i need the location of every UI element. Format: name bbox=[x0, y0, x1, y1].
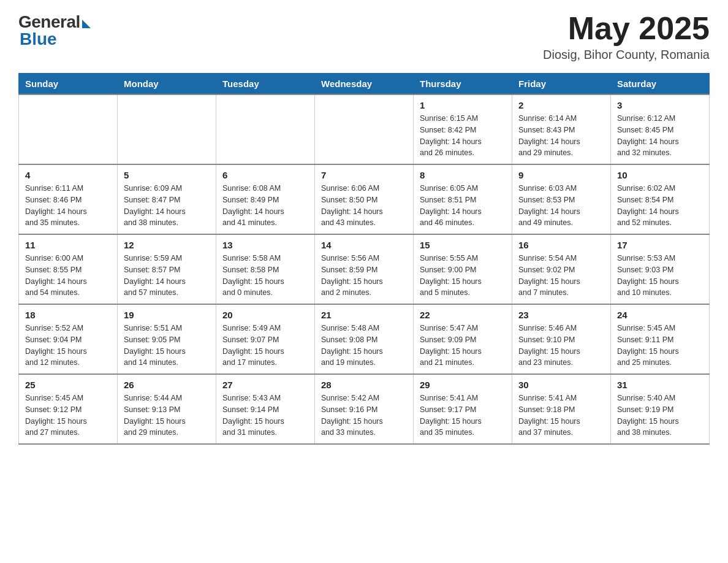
day-number: 31 bbox=[617, 380, 703, 390]
day-number: 26 bbox=[124, 380, 210, 390]
calendar-cell: 25Sunrise: 5:45 AM Sunset: 9:12 PM Dayli… bbox=[19, 374, 118, 444]
day-info: Sunrise: 5:47 AM Sunset: 9:09 PM Dayligh… bbox=[420, 323, 506, 369]
calendar-cell: 4Sunrise: 6:11 AM Sunset: 8:46 PM Daylig… bbox=[19, 164, 118, 234]
calendar-cell: 19Sunrise: 5:51 AM Sunset: 9:05 PM Dayli… bbox=[118, 304, 216, 374]
weekday-header-thursday: Thursday bbox=[414, 74, 512, 95]
day-info: Sunrise: 6:08 AM Sunset: 8:49 PM Dayligh… bbox=[222, 183, 308, 229]
day-info: Sunrise: 6:06 AM Sunset: 8:50 PM Dayligh… bbox=[321, 183, 407, 229]
day-number: 29 bbox=[420, 380, 506, 390]
logo-blue-text: Blue bbox=[20, 29, 57, 49]
day-info: Sunrise: 6:11 AM Sunset: 8:46 PM Dayligh… bbox=[25, 183, 111, 229]
calendar-cell: 15Sunrise: 5:55 AM Sunset: 9:00 PM Dayli… bbox=[414, 234, 512, 304]
calendar-body: 1Sunrise: 6:15 AM Sunset: 8:42 PM Daylig… bbox=[19, 94, 710, 444]
calendar-cell: 10Sunrise: 6:02 AM Sunset: 8:54 PM Dayli… bbox=[611, 164, 710, 234]
day-number: 19 bbox=[124, 310, 210, 320]
calendar-cell: 16Sunrise: 5:54 AM Sunset: 9:02 PM Dayli… bbox=[512, 234, 611, 304]
day-number: 28 bbox=[321, 380, 407, 390]
location-subtitle: Diosig, Bihor County, Romania bbox=[543, 48, 710, 62]
day-number: 5 bbox=[124, 170, 210, 180]
week-row-3: 11Sunrise: 6:00 AM Sunset: 8:55 PM Dayli… bbox=[19, 234, 710, 304]
calendar-cell: 18Sunrise: 5:52 AM Sunset: 9:04 PM Dayli… bbox=[19, 304, 118, 374]
day-info: Sunrise: 5:56 AM Sunset: 8:59 PM Dayligh… bbox=[321, 253, 407, 299]
day-number: 7 bbox=[321, 170, 407, 180]
day-number: 3 bbox=[617, 100, 703, 110]
month-year-title: May 2025 bbox=[543, 12, 710, 44]
day-info: Sunrise: 6:14 AM Sunset: 8:43 PM Dayligh… bbox=[518, 113, 604, 159]
day-info: Sunrise: 5:42 AM Sunset: 9:16 PM Dayligh… bbox=[321, 393, 407, 439]
day-number: 8 bbox=[420, 170, 506, 180]
day-number: 12 bbox=[124, 240, 210, 250]
day-number: 14 bbox=[321, 240, 407, 250]
calendar-cell: 31Sunrise: 5:40 AM Sunset: 9:19 PM Dayli… bbox=[611, 374, 710, 444]
day-info: Sunrise: 5:41 AM Sunset: 9:18 PM Dayligh… bbox=[518, 393, 604, 439]
calendar-cell: 2Sunrise: 6:14 AM Sunset: 8:43 PM Daylig… bbox=[512, 94, 611, 164]
day-number: 25 bbox=[25, 380, 111, 390]
calendar-cell: 29Sunrise: 5:41 AM Sunset: 9:17 PM Dayli… bbox=[414, 374, 512, 444]
calendar-cell: 8Sunrise: 6:05 AM Sunset: 8:51 PM Daylig… bbox=[414, 164, 512, 234]
weekday-header-wednesday: Wednesday bbox=[315, 74, 414, 95]
day-info: Sunrise: 5:51 AM Sunset: 9:05 PM Dayligh… bbox=[124, 323, 210, 369]
day-info: Sunrise: 6:15 AM Sunset: 8:42 PM Dayligh… bbox=[420, 113, 506, 159]
calendar-cell: 6Sunrise: 6:08 AM Sunset: 8:49 PM Daylig… bbox=[216, 164, 315, 234]
calendar-cell: 28Sunrise: 5:42 AM Sunset: 9:16 PM Dayli… bbox=[315, 374, 414, 444]
day-info: Sunrise: 5:44 AM Sunset: 9:13 PM Dayligh… bbox=[124, 393, 210, 439]
day-info: Sunrise: 5:52 AM Sunset: 9:04 PM Dayligh… bbox=[25, 323, 111, 369]
day-info: Sunrise: 6:03 AM Sunset: 8:53 PM Dayligh… bbox=[518, 183, 604, 229]
day-info: Sunrise: 6:00 AM Sunset: 8:55 PM Dayligh… bbox=[25, 253, 111, 299]
week-row-5: 25Sunrise: 5:45 AM Sunset: 9:12 PM Dayli… bbox=[19, 374, 710, 444]
day-number: 30 bbox=[518, 380, 604, 390]
day-number: 24 bbox=[617, 310, 703, 320]
day-number: 21 bbox=[321, 310, 407, 320]
day-number: 15 bbox=[420, 240, 506, 250]
calendar-cell: 27Sunrise: 5:43 AM Sunset: 9:14 PM Dayli… bbox=[216, 374, 315, 444]
day-number: 6 bbox=[222, 170, 308, 180]
day-number: 18 bbox=[25, 310, 111, 320]
calendar-cell: 1Sunrise: 6:15 AM Sunset: 8:42 PM Daylig… bbox=[414, 94, 512, 164]
calendar-cell: 17Sunrise: 5:53 AM Sunset: 9:03 PM Dayli… bbox=[611, 234, 710, 304]
calendar-cell: 5Sunrise: 6:09 AM Sunset: 8:47 PM Daylig… bbox=[118, 164, 216, 234]
calendar-cell: 24Sunrise: 5:45 AM Sunset: 9:11 PM Dayli… bbox=[611, 304, 710, 374]
day-number: 11 bbox=[25, 240, 111, 250]
calendar-cell: 20Sunrise: 5:49 AM Sunset: 9:07 PM Dayli… bbox=[216, 304, 315, 374]
day-info: Sunrise: 5:40 AM Sunset: 9:19 PM Dayligh… bbox=[617, 393, 703, 439]
weekday-header-saturday: Saturday bbox=[611, 74, 710, 95]
weekday-header-monday: Monday bbox=[118, 74, 216, 95]
calendar-cell: 9Sunrise: 6:03 AM Sunset: 8:53 PM Daylig… bbox=[512, 164, 611, 234]
day-info: Sunrise: 5:55 AM Sunset: 9:00 PM Dayligh… bbox=[420, 253, 506, 299]
day-info: Sunrise: 6:05 AM Sunset: 8:51 PM Dayligh… bbox=[420, 183, 506, 229]
day-number: 16 bbox=[518, 240, 604, 250]
weekday-header-friday: Friday bbox=[512, 74, 611, 95]
day-info: Sunrise: 6:09 AM Sunset: 8:47 PM Dayligh… bbox=[124, 183, 210, 229]
calendar-cell bbox=[216, 94, 315, 164]
calendar-table: SundayMondayTuesdayWednesdayThursdayFrid… bbox=[18, 73, 710, 445]
calendar-cell bbox=[315, 94, 414, 164]
day-info: Sunrise: 5:53 AM Sunset: 9:03 PM Dayligh… bbox=[617, 253, 703, 299]
day-info: Sunrise: 5:45 AM Sunset: 9:12 PM Dayligh… bbox=[25, 393, 111, 439]
calendar-cell: 21Sunrise: 5:48 AM Sunset: 9:08 PM Dayli… bbox=[315, 304, 414, 374]
day-info: Sunrise: 5:45 AM Sunset: 9:11 PM Dayligh… bbox=[617, 323, 703, 369]
week-row-1: 1Sunrise: 6:15 AM Sunset: 8:42 PM Daylig… bbox=[19, 94, 710, 164]
calendar-cell bbox=[19, 94, 118, 164]
day-info: Sunrise: 5:41 AM Sunset: 9:17 PM Dayligh… bbox=[420, 393, 506, 439]
calendar-cell bbox=[118, 94, 216, 164]
calendar-cell: 3Sunrise: 6:12 AM Sunset: 8:45 PM Daylig… bbox=[611, 94, 710, 164]
day-info: Sunrise: 5:49 AM Sunset: 9:07 PM Dayligh… bbox=[222, 323, 308, 369]
calendar-cell: 23Sunrise: 5:46 AM Sunset: 9:10 PM Dayli… bbox=[512, 304, 611, 374]
day-number: 22 bbox=[420, 310, 506, 320]
day-info: Sunrise: 5:48 AM Sunset: 9:08 PM Dayligh… bbox=[321, 323, 407, 369]
day-number: 10 bbox=[617, 170, 703, 180]
page-header: General Blue May 2025 Diosig, Bihor Coun… bbox=[18, 12, 710, 62]
day-info: Sunrise: 6:02 AM Sunset: 8:54 PM Dayligh… bbox=[617, 183, 703, 229]
day-number: 13 bbox=[222, 240, 308, 250]
day-info: Sunrise: 5:46 AM Sunset: 9:10 PM Dayligh… bbox=[518, 323, 604, 369]
calendar-header: SundayMondayTuesdayWednesdayThursdayFrid… bbox=[19, 74, 710, 95]
calendar-cell: 7Sunrise: 6:06 AM Sunset: 8:50 PM Daylig… bbox=[315, 164, 414, 234]
title-block: May 2025 Diosig, Bihor County, Romania bbox=[543, 12, 710, 62]
day-number: 17 bbox=[617, 240, 703, 250]
calendar-cell: 22Sunrise: 5:47 AM Sunset: 9:09 PM Dayli… bbox=[414, 304, 512, 374]
day-number: 20 bbox=[222, 310, 308, 320]
day-number: 9 bbox=[518, 170, 604, 180]
calendar-cell: 12Sunrise: 5:59 AM Sunset: 8:57 PM Dayli… bbox=[118, 234, 216, 304]
day-number: 23 bbox=[518, 310, 604, 320]
day-info: Sunrise: 5:43 AM Sunset: 9:14 PM Dayligh… bbox=[222, 393, 308, 439]
